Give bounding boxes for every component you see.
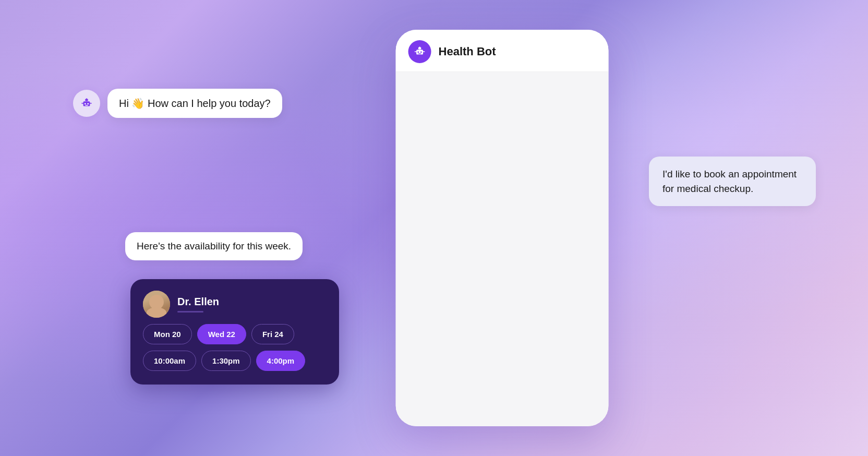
chat-header: Health Bot	[396, 30, 609, 72]
user-bubble: I'd like to book an appointment for medi…	[649, 157, 816, 206]
time-buttons-row: 10:00am 1:30pm 4:00pm	[143, 351, 327, 371]
svg-point-3	[417, 52, 419, 53]
svg-point-12	[85, 103, 86, 105]
bot-avatar-small	[73, 90, 100, 117]
doctor-header: Dr. Ellen	[143, 291, 327, 318]
doctor-divider	[177, 311, 203, 313]
chat-body	[396, 72, 609, 426]
availability-bubble: Here's the availability for this week.	[125, 232, 303, 260]
time-button-4pm[interactable]: 4:00pm	[256, 351, 306, 371]
doctor-name: Dr. Ellen	[177, 296, 219, 308]
svg-rect-5	[418, 53, 421, 54]
time-button-10am[interactable]: 10:00am	[143, 351, 196, 371]
scene: Health Bot Hi 👋 How can I help you today…	[0, 0, 868, 456]
svg-rect-14	[85, 105, 88, 105]
chat-title: Health Bot	[439, 45, 496, 58]
availability-text: Here's the availability for this week.	[137, 241, 291, 251]
chat-window: Health Bot	[396, 30, 609, 426]
doctor-card: Dr. Ellen Mon 20 Wed 22 Fri 24 10:00am 1…	[130, 279, 339, 385]
doctor-avatar-image	[143, 291, 170, 318]
doctor-avatar	[143, 291, 170, 318]
svg-point-13	[87, 103, 89, 105]
svg-point-4	[420, 52, 422, 53]
day-buttons-row: Mon 20 Wed 22 Fri 24	[143, 324, 327, 344]
greeting-text: Hi 👋 How can I help you today?	[119, 98, 271, 109]
time-button-130pm[interactable]: 1:30pm	[201, 351, 251, 371]
greeting-bubble: Hi 👋 How can I help you today?	[107, 89, 282, 118]
day-button-fri24[interactable]: Fri 24	[251, 324, 294, 344]
day-button-wed22[interactable]: Wed 22	[197, 324, 246, 344]
greeting-bubble-container: Hi 👋 How can I help you today?	[73, 89, 282, 118]
svg-point-8	[419, 46, 420, 48]
user-text: I'd like to book an appointment for medi…	[662, 169, 797, 194]
day-button-mon20[interactable]: Mon 20	[143, 324, 192, 344]
doctor-info: Dr. Ellen	[177, 296, 219, 313]
small-bot-icon	[81, 98, 92, 109]
bot-icon	[414, 46, 426, 57]
bot-avatar-header	[408, 40, 431, 63]
svg-point-17	[86, 98, 88, 100]
